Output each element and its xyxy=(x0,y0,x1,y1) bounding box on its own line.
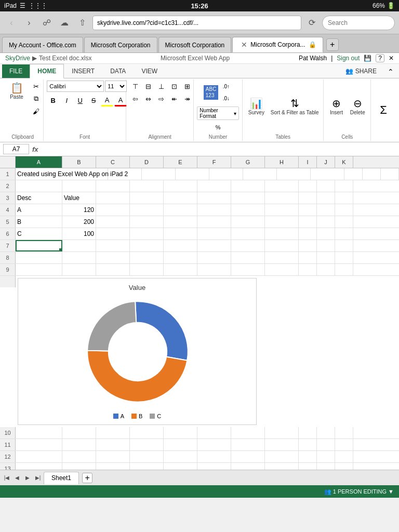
cell-F2[interactable] xyxy=(197,180,231,192)
col-header-g[interactable]: G xyxy=(231,156,265,168)
cell-H3[interactable] xyxy=(265,192,299,204)
cell-reference[interactable] xyxy=(3,144,29,154)
cell-J8[interactable] xyxy=(317,252,335,263)
indent-decrease-button[interactable]: ↞ xyxy=(168,93,181,104)
cell-D13[interactable] xyxy=(130,463,164,470)
cell-G13[interactable] xyxy=(231,463,265,470)
delete-button[interactable]: ⊖ Delete xyxy=(348,96,367,117)
cell-E5[interactable] xyxy=(164,216,197,228)
sheet-last-button[interactable]: ▶| xyxy=(33,473,43,483)
cell-I2[interactable] xyxy=(299,180,317,192)
col-header-i[interactable]: I xyxy=(299,156,317,168)
cell-H4[interactable] xyxy=(265,204,299,216)
cell-F7[interactable] xyxy=(197,240,231,251)
row-num-13[interactable]: 13 xyxy=(0,463,16,470)
font-color-button[interactable]: A xyxy=(114,95,127,107)
cell-J1[interactable] xyxy=(363,168,381,180)
cell-H6[interactable] xyxy=(265,228,299,240)
cell-H9[interactable] xyxy=(265,264,299,275)
cell-I8[interactable] xyxy=(299,252,317,263)
chart-segment-c[interactable] xyxy=(87,301,136,351)
cell-A12[interactable] xyxy=(16,451,62,462)
cell-E10[interactable] xyxy=(164,427,197,438)
tab-home[interactable]: HOME xyxy=(30,64,64,78)
cell-H1[interactable] xyxy=(311,168,344,180)
cell-H8[interactable] xyxy=(265,252,299,263)
survey-button[interactable]: 📊 Survey xyxy=(246,96,267,117)
col-header-b[interactable]: B xyxy=(62,156,96,168)
row-num-12[interactable]: 12 xyxy=(0,451,16,462)
cell-K12[interactable] xyxy=(335,451,353,462)
cell-A10[interactable] xyxy=(16,427,62,438)
cell-E11[interactable] xyxy=(164,439,197,450)
col-header-k[interactable]: K xyxy=(335,156,353,168)
sheet-first-button[interactable]: |◀ xyxy=(2,473,11,483)
increase-decimal-button[interactable]: .0↑ xyxy=(220,81,232,92)
cell-B10[interactable] xyxy=(62,427,96,438)
decrease-decimal-button[interactable]: .0↓ xyxy=(220,92,232,104)
row-num-2[interactable]: 2 xyxy=(0,180,16,192)
cell-J5[interactable] xyxy=(317,216,335,228)
browser-tab-1[interactable]: My Account - Office.com xyxy=(2,37,83,52)
cell-A6[interactable]: C xyxy=(16,228,62,240)
comma-style-button[interactable]: % xyxy=(212,122,224,133)
col-header-f[interactable]: F xyxy=(197,156,231,168)
col-header-c[interactable]: C xyxy=(96,156,130,168)
cell-I10[interactable] xyxy=(299,427,317,438)
cell-B12[interactable] xyxy=(62,451,96,462)
cell-F10[interactable] xyxy=(197,427,231,438)
tab-view[interactable]: VIEW xyxy=(134,64,165,78)
help-button[interactable]: ? xyxy=(376,54,384,62)
cell-G12[interactable] xyxy=(231,451,265,462)
align-left-button[interactable]: ⇦ xyxy=(129,93,142,104)
cell-I7[interactable] xyxy=(299,240,317,251)
cell-I12[interactable] xyxy=(299,451,317,462)
tab-file[interactable]: FILE xyxy=(2,64,30,78)
search-input[interactable] xyxy=(322,16,395,30)
cell-E13[interactable] xyxy=(164,463,197,470)
align-right-button[interactable]: ⇨ xyxy=(155,93,168,104)
browser-tab-4[interactable]: ✕ Microsoft Corpora... 🔒 xyxy=(232,37,323,52)
font-size-select[interactable]: 11 xyxy=(105,81,127,92)
cell-D7[interactable] xyxy=(130,240,164,251)
cell-G4[interactable] xyxy=(231,204,265,216)
align-middle-button[interactable]: ⊟ xyxy=(142,81,155,92)
cell-A13[interactable] xyxy=(16,463,62,470)
insert-button[interactable]: ⊕ Insert xyxy=(327,96,345,117)
cell-F8[interactable] xyxy=(197,252,231,263)
cell-C12[interactable] xyxy=(96,451,130,462)
cell-A3[interactable]: Desc xyxy=(16,192,62,204)
cell-J11[interactable] xyxy=(317,439,335,450)
cell-A5[interactable]: B xyxy=(16,216,62,228)
cell-A7[interactable] xyxy=(16,240,62,251)
cell-J9[interactable] xyxy=(317,264,335,275)
cell-B11[interactable] xyxy=(62,439,96,450)
cell-I11[interactable] xyxy=(299,439,317,450)
cell-E9[interactable] xyxy=(164,264,197,275)
cell-E7[interactable] xyxy=(164,240,197,251)
cell-E8[interactable] xyxy=(164,252,197,263)
cell-H5[interactable] xyxy=(265,216,299,228)
cell-K3[interactable] xyxy=(335,192,353,204)
align-bottom-button[interactable]: ⊥ xyxy=(155,81,168,92)
cell-K1[interactable] xyxy=(381,168,399,180)
save-icon[interactable]: 💾 xyxy=(364,55,371,62)
strikethrough-button[interactable]: S xyxy=(87,95,100,107)
tab-insert[interactable]: INSERT xyxy=(64,64,102,78)
close-ribbon-button[interactable]: ✕ xyxy=(389,55,394,62)
col-header-j[interactable]: J xyxy=(317,156,335,168)
cell-A4[interactable]: A xyxy=(16,204,62,216)
row-num-11[interactable]: 11 xyxy=(0,439,16,450)
cell-F6[interactable] xyxy=(197,228,231,240)
autosum-button[interactable]: Σ xyxy=(374,101,393,119)
cell-F11[interactable] xyxy=(197,439,231,450)
cell-B1[interactable] xyxy=(108,168,142,180)
cell-C9[interactable] xyxy=(96,264,130,275)
chart-cell[interactable]: Value ABC xyxy=(16,276,399,427)
cell-D12[interactable] xyxy=(130,451,164,462)
cell-K10[interactable] xyxy=(335,427,353,438)
number-format-dropdown[interactable]: ▾ xyxy=(234,111,236,116)
row-num-5[interactable]: 5 xyxy=(0,216,16,228)
cell-J12[interactable] xyxy=(317,451,335,462)
row-num-10[interactable]: 10 xyxy=(0,427,16,438)
